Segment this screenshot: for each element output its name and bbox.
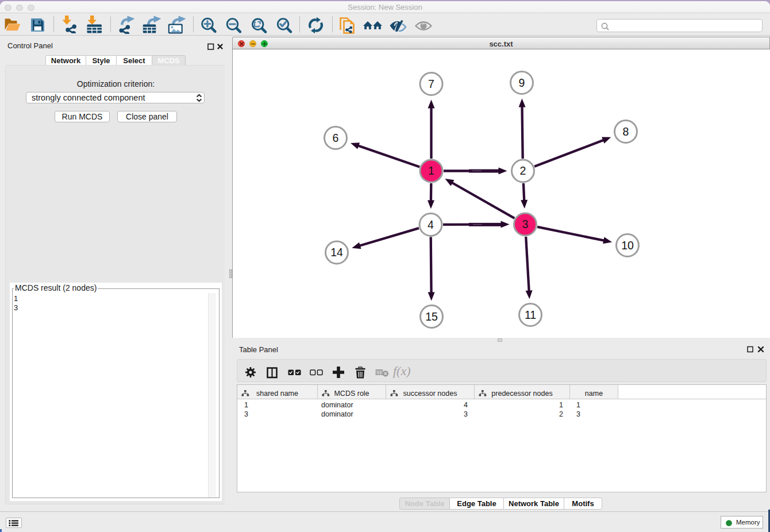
svg-text:4: 4 — [428, 218, 434, 231]
svg-text:1: 1 — [428, 164, 434, 177]
svg-text:8: 8 — [623, 125, 629, 138]
svg-text:15: 15 — [425, 310, 438, 323]
svg-text:11: 11 — [525, 309, 536, 321]
svg-text:2: 2 — [520, 164, 526, 177]
svg-text:14: 14 — [330, 246, 343, 259]
svg-text:3: 3 — [522, 218, 529, 230]
svg-text:7: 7 — [428, 78, 434, 90]
svg-text:6: 6 — [333, 132, 339, 144]
svg-text:9: 9 — [519, 76, 525, 89]
svg-text:10: 10 — [621, 239, 634, 252]
